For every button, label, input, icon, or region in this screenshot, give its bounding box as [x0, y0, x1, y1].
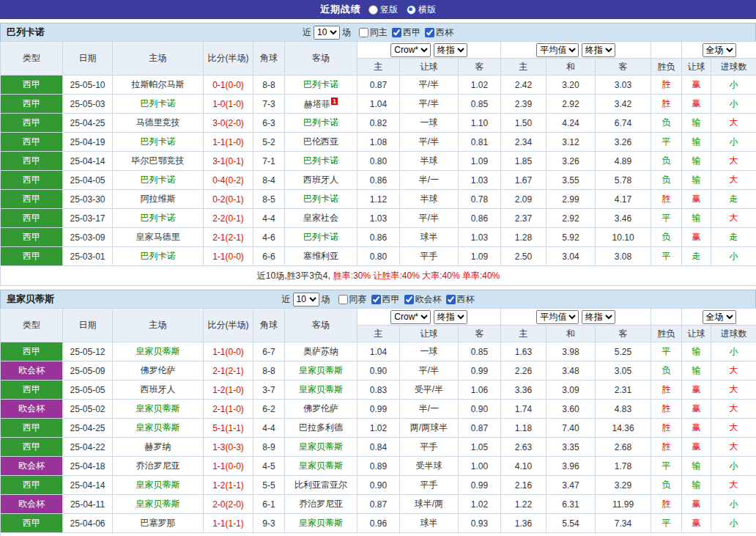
team-link[interactable]: 巴列卡诺	[303, 194, 338, 204]
recent-count-select[interactable]: 10	[314, 26, 340, 40]
team-link[interactable]: 马德里竞技	[136, 117, 180, 128]
ou-result-cell: 大	[711, 209, 756, 228]
checkbox-input[interactable]	[404, 295, 414, 304]
league-cell: 西甲	[1, 476, 63, 495]
home-team-cell: 马德里竞技	[113, 114, 204, 133]
ah-line-cell: 半球	[400, 190, 459, 209]
team-link[interactable]: 佛罗伦萨	[141, 365, 176, 375]
team-link[interactable]: 巴列卡诺	[141, 251, 176, 261]
checkbox-input[interactable]	[371, 295, 381, 304]
team-link[interactable]: 巴列卡诺	[141, 98, 176, 109]
team-link[interactable]: 巴列卡诺	[141, 213, 176, 223]
competition-checkbox[interactable]: 同赛	[334, 293, 367, 306]
team-link[interactable]: 巴列卡诺	[141, 175, 176, 185]
eu-home-odds-cell: 2.63	[501, 438, 546, 457]
ah-home-odds-cell: 1.04	[357, 342, 400, 361]
competition-checkbox[interactable]: 西杯	[420, 26, 453, 39]
ou-result-cell: 大	[711, 419, 756, 438]
away-team-cell: 巴拉多利德	[285, 419, 357, 438]
team-link[interactable]: 乔治罗尼亚	[136, 460, 180, 471]
recent-count-select[interactable]: 10	[293, 293, 319, 306]
team-link[interactable]: 西班牙人	[303, 175, 338, 185]
checkbox-input[interactable]	[392, 28, 401, 37]
layout-radio-horizontal[interactable]: 横版	[407, 4, 436, 16]
asian-final-odds-select[interactable]: 终指	[434, 310, 467, 324]
team-link[interactable]: 奥萨苏纳	[303, 346, 338, 356]
competition-checkbox[interactable]: 西甲	[367, 293, 400, 306]
ah-line-cell: 一球	[400, 114, 459, 133]
match-row: 欧会杯25-04-18乔治罗尼亚1-1(0-0)4-5皇家贝蒂斯0.89受半球1…	[1, 457, 756, 476]
bookmaker-select[interactable]: Crow*	[390, 43, 431, 57]
home-team-cell: 佛罗伦萨	[113, 361, 204, 381]
average-odds-select[interactable]: 平均值	[536, 310, 579, 324]
ah-line-cell: 平手	[400, 438, 459, 457]
checkbox-input[interactable]	[425, 28, 434, 37]
checkbox-input[interactable]	[446, 295, 456, 304]
away-team-cell: 西班牙人	[285, 171, 357, 190]
team-link[interactable]: 西班牙人	[141, 384, 176, 394]
team-link[interactable]: 巴伦西亚	[303, 136, 338, 147]
team-link[interactable]: 皇家贝蒂斯	[299, 384, 343, 394]
competition-checkbox[interactable]: 欧会杯	[400, 293, 442, 306]
team-link[interactable]: 皇家贝蒂斯	[136, 403, 180, 414]
ah-home-odds-cell: 0.86	[357, 171, 400, 190]
euro-final-odds-select[interactable]: 终指	[582, 310, 615, 324]
competition-checkbox[interactable]: 西杯	[442, 293, 475, 306]
team-section: 巴列卡诺 近 10 场 同主西甲西杯 类型 日期 主场 比分(半场)	[0, 23, 756, 286]
team-link[interactable]: 皇家贝蒂斯	[299, 441, 343, 452]
team-link[interactable]: 皇家贝蒂斯	[299, 518, 343, 528]
team-link[interactable]: 巴拉多利德	[299, 422, 343, 433]
team-link[interactable]: 巴塞罗那	[141, 518, 176, 528]
team-link[interactable]: 巴列卡诺	[303, 79, 338, 89]
team-link[interactable]: 赫罗纳	[145, 441, 171, 452]
home-team-cell: 拉斯帕尔马斯	[113, 76, 204, 95]
team-link[interactable]: 赫塔菲	[304, 99, 330, 109]
team-link[interactable]: 巴列卡诺	[303, 232, 338, 242]
team-link[interactable]: 巴列卡诺	[303, 117, 338, 128]
match-row: 西甲25-05-05西班牙人1-2(1-0)3-7皇家贝蒂斯0.83受平/半1.…	[1, 381, 756, 400]
results-body: 西甲25-05-10拉斯帕尔马斯0-1(0-0)8-8巴列卡诺0.87平/半1.…	[1, 76, 756, 266]
bookmaker-select[interactable]: Crow*	[390, 310, 431, 324]
result-cell: 平	[651, 457, 682, 476]
team-link[interactable]: 毕尔巴鄂竞技	[132, 155, 185, 166]
team-link[interactable]: 佛罗伦萨	[303, 403, 338, 414]
team-link[interactable]: 皇家贝蒂斯	[299, 365, 343, 375]
team-link[interactable]: 乔治罗尼亚	[299, 499, 343, 509]
layout-radio-vertical[interactable]: 竖版	[368, 4, 398, 16]
fullmatch-select[interactable]: 全场	[703, 310, 736, 324]
euro-final-odds-select[interactable]: 终指	[582, 43, 615, 57]
team-link[interactable]: 巴列卡诺	[141, 136, 176, 147]
team-link[interactable]: 比利亚雷亚尔	[294, 480, 347, 490]
team-link[interactable]: 皇家贝蒂斯	[136, 499, 180, 509]
away-team-cell: 皇家贝蒂斯	[285, 457, 357, 476]
home-team-cell: 皇家贝蒂斯	[113, 400, 204, 419]
average-odds-select[interactable]: 平均值	[536, 43, 579, 57]
team-link[interactable]: 皇家贝蒂斯	[136, 422, 180, 433]
away-team-cell: 赫塔菲1	[285, 95, 357, 114]
ah-home-odds-cell: 0.84	[357, 438, 400, 457]
team-link[interactable]: 拉斯帕尔马斯	[132, 79, 185, 89]
team-link[interactable]: 皇家马德里	[136, 232, 180, 242]
away-team-cell: 奥萨苏纳	[285, 342, 357, 361]
checkbox-input[interactable]	[338, 295, 348, 304]
section-header-bar: 巴列卡诺 近 10 场 同主西甲西杯	[0, 23, 756, 41]
competition-checkbox[interactable]: 同主	[355, 26, 388, 39]
score-cell: 2-0(2-0)	[204, 495, 253, 514]
team-link[interactable]: 皇家贝蒂斯	[299, 460, 343, 471]
checkbox-input[interactable]	[359, 28, 368, 37]
team-link[interactable]: 皇家贝蒂斯	[136, 480, 180, 490]
team-link[interactable]: 皇家社会	[303, 213, 338, 223]
team-link[interactable]: 皇家贝蒂斯	[136, 346, 180, 356]
home-team-cell: 乔治罗尼亚	[113, 457, 204, 476]
away-team-cell: 塞维利亚	[285, 247, 357, 266]
competition-checkbox[interactable]: 西甲	[388, 26, 420, 39]
team-link[interactable]: 阿拉维斯	[141, 194, 176, 204]
team-link[interactable]: 塞维利亚	[303, 251, 338, 261]
asian-final-odds-select[interactable]: 终指	[434, 43, 467, 57]
team-link[interactable]: 巴列卡诺	[303, 155, 338, 166]
ah-line-cell: 半/一	[400, 400, 459, 419]
topbar: 近期战绩 竖版横版	[0, 0, 756, 19]
match-row: 西甲25-03-30阿拉维斯0-2(0-1)8-5巴列卡诺1.12半球0.782…	[1, 190, 756, 209]
fullmatch-select[interactable]: 全场	[703, 43, 736, 57]
score-cell: 1-2(1-0)	[204, 381, 253, 400]
